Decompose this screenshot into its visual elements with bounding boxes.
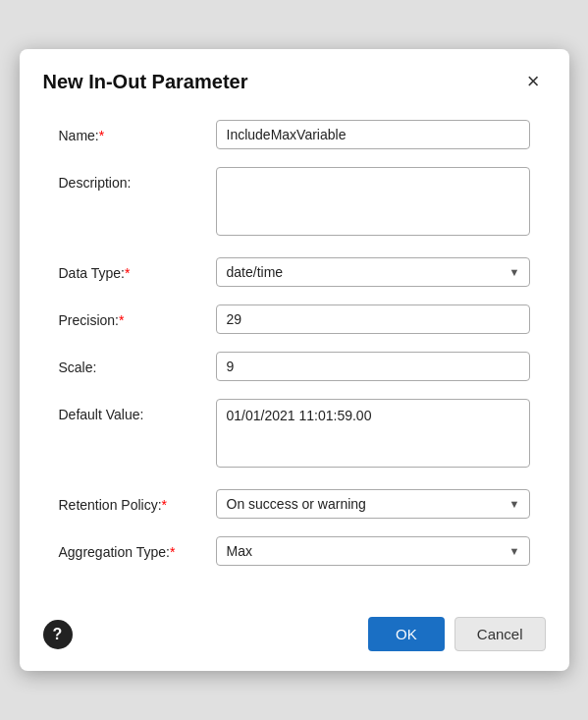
datatype-row: Data Type:* date/time string integer boo… — [59, 257, 530, 287]
default-value-input[interactable]: 01/01/2021 11:01:59.00 — [216, 399, 530, 468]
precision-input[interactable] — [216, 305, 530, 334]
precision-row: Precision:* — [59, 305, 530, 334]
name-control — [216, 120, 530, 149]
name-row: Name:* — [59, 120, 530, 149]
description-label: Description: — [59, 167, 216, 191]
help-button[interactable]: ? — [43, 620, 73, 649]
close-button[interactable]: × — [521, 69, 546, 94]
aggregation-control: Max Min Average Sum Last — [216, 536, 530, 566]
datatype-label: Data Type:* — [59, 257, 216, 281]
description-row: Description: — [59, 167, 530, 240]
name-label: Name:* — [59, 120, 216, 143]
dialog-body: Name:* Description: Data Type:* date/tim… — [20, 110, 569, 603]
dialog-title: New In-Out Parameter — [43, 71, 248, 93]
cancel-button[interactable]: Cancel — [454, 617, 546, 651]
retention-select-wrapper: On success or warning Always Never On fa… — [216, 489, 530, 519]
default-value-control: 01/01/2021 11:01:59.00 — [216, 399, 530, 471]
footer-actions: OK Cancel — [368, 617, 545, 651]
precision-label: Precision:* — [59, 305, 216, 328]
aggregation-select[interactable]: Max Min Average Sum Last — [216, 536, 530, 566]
name-input[interactable] — [216, 120, 530, 149]
retention-control: On success or warning Always Never On fa… — [216, 489, 530, 519]
new-in-out-parameter-dialog: New In-Out Parameter × Name:* Descriptio… — [20, 49, 569, 671]
description-input[interactable] — [216, 167, 530, 236]
retention-select[interactable]: On success or warning Always Never On fa… — [216, 489, 530, 519]
datatype-control: date/time string integer boolean decimal — [216, 257, 530, 287]
scale-row: Scale: — [59, 352, 530, 381]
dialog-header: New In-Out Parameter × — [20, 49, 569, 110]
aggregation-select-wrapper: Max Min Average Sum Last — [216, 536, 530, 566]
datatype-select[interactable]: date/time string integer boolean decimal — [216, 257, 530, 287]
aggregation-row: Aggregation Type:* Max Min Average Sum L… — [59, 536, 530, 566]
scale-label: Scale: — [59, 352, 216, 375]
description-control — [216, 167, 530, 240]
retention-row: Retention Policy:* On success or warning… — [59, 489, 530, 519]
aggregation-label: Aggregation Type:* — [59, 536, 216, 560]
scale-control — [216, 352, 530, 381]
ok-button[interactable]: OK — [368, 617, 445, 651]
dialog-footer: ? OK Cancel — [20, 603, 569, 671]
precision-control — [216, 305, 530, 334]
default-value-label: Default Value: — [59, 399, 216, 422]
scale-input[interactable] — [216, 352, 530, 381]
retention-label: Retention Policy:* — [59, 489, 216, 513]
default-value-row: Default Value: 01/01/2021 11:01:59.00 — [59, 399, 530, 471]
datatype-select-wrapper: date/time string integer boolean decimal — [216, 257, 530, 287]
